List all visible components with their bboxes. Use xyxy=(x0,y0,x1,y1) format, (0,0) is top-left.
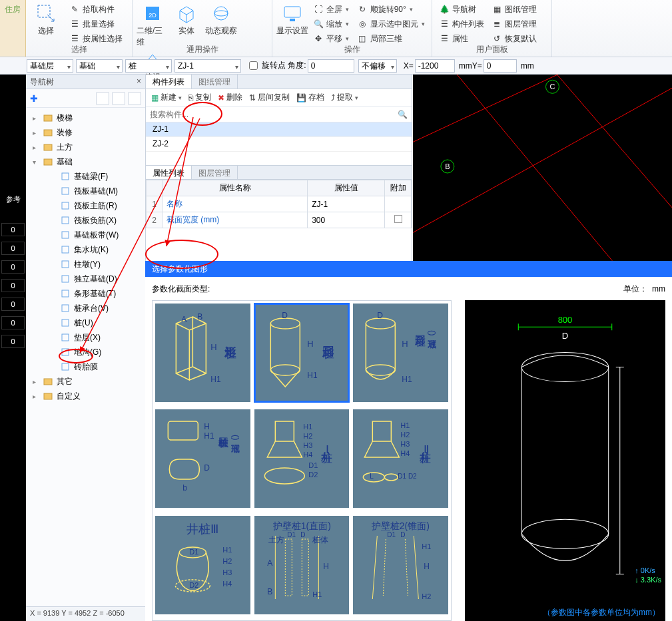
y-input[interactable]: 0 xyxy=(484,59,517,73)
panel-close-icon[interactable]: × xyxy=(137,77,141,87)
delete-button[interactable]: ✖删除 xyxy=(218,92,242,103)
view-tree-button[interactable] xyxy=(128,92,141,105)
tree-item[interactable]: 基础梁(F) xyxy=(26,169,145,184)
component-row[interactable]: ZJ-2 xyxy=(146,137,412,152)
tree-item[interactable]: 垫层(X) xyxy=(26,330,145,345)
display-settings-button[interactable]: 显示设置 xyxy=(276,1,308,37)
tree-item[interactable]: 筏板负筋(X) xyxy=(26,213,145,228)
svg-point-4 xyxy=(214,11,228,16)
tab-component-list[interactable]: 构件列表 xyxy=(146,75,192,89)
dynamic-view-button[interactable]: 动态观察 xyxy=(205,1,237,37)
nav-tree[interactable]: ▸楼梯▸装修▸土方▾基础基础梁(F)筏板基础(M)筏板主筋(R)筏板负筋(X)基… xyxy=(26,108,145,606)
props-toggle[interactable]: ☰属性 xyxy=(436,32,487,45)
shape-option[interactable]: DHH1圆形桩 xyxy=(254,304,350,402)
layermgr-toggle[interactable]: ≣图层管理 xyxy=(489,17,539,31)
floor-select[interactable]: 基础层 xyxy=(27,59,73,73)
view-list-button[interactable] xyxy=(96,92,109,105)
pan-button[interactable]: ✥平移 xyxy=(310,32,352,45)
navtree-toggle[interactable]: 🌲导航树 xyxy=(436,3,487,16)
select-button[interactable]: 选择 xyxy=(30,1,62,37)
rotate90-button[interactable]: ↻顺旋转90° xyxy=(354,3,428,16)
tree-item[interactable]: 基础板带(W) xyxy=(26,228,145,242)
shape-preview[interactable]: 800 D ↑ 0K/s ↓ 3.3K/s （参数图中各参数单位均为mm） xyxy=(465,300,665,621)
list-icon: ☰ xyxy=(439,19,450,29)
tree-item[interactable]: ▸土方 xyxy=(26,140,145,154)
add-icon[interactable]: ✚ xyxy=(30,93,38,104)
restore-default-button[interactable]: ↺恢复默认 xyxy=(489,32,539,45)
search-input[interactable] xyxy=(150,108,398,120)
ribbon-context-tab[interactable]: 住房 xyxy=(0,0,26,57)
rotation-checkbox[interactable] xyxy=(249,61,258,70)
svg-text:井桩Ⅱ: 井桩Ⅱ xyxy=(420,443,432,464)
svg-point-75 xyxy=(385,474,398,481)
tree-item[interactable]: 独立基础(D) xyxy=(26,272,145,286)
new-button[interactable]: ▦新建▾ xyxy=(151,92,182,103)
search-icon[interactable]: 🔍 xyxy=(398,110,408,119)
solid-button[interactable]: 实体 xyxy=(170,1,202,37)
shape-option[interactable]: HH1bD长圆柱桩(球冠底) xyxy=(155,409,250,508)
tree-item[interactable]: ▸自定义 xyxy=(26,389,145,403)
tab-layer-mgr[interactable]: 图层管理 xyxy=(192,166,238,179)
component-row[interactable]: ZJ-1 xyxy=(146,122,412,137)
view-2d3d-button[interactable]: 2D二维/三维 xyxy=(137,1,168,48)
tree-item[interactable]: 筏板主筋(R) xyxy=(26,198,145,213)
extract-button[interactable]: ⤴提取▾ xyxy=(331,92,358,103)
archive-button[interactable]: 💾存档 xyxy=(296,92,324,103)
shape-option[interactable]: H1H2H3H4D1D2井桩Ⅰ xyxy=(254,409,350,508)
dialog-title-bar[interactable]: 选择参数化图形 xyxy=(145,261,672,277)
view-grid-button[interactable] xyxy=(112,92,125,105)
svg-text:H1: H1 xyxy=(222,546,232,554)
component-select[interactable]: ZJ-1 xyxy=(174,59,241,73)
model-canvas[interactable]: C B xyxy=(413,75,672,261)
tab-drawing-mgr[interactable]: 图纸管理 xyxy=(192,75,238,89)
property-grid[interactable]: 属性名称属性值附加 1名称ZJ-1 2截面宽度 (mm)300 xyxy=(146,180,412,228)
tree-item[interactable]: 筏板基础(M) xyxy=(26,184,145,198)
tree-item[interactable]: ▾基础 xyxy=(26,154,145,169)
zoom-button[interactable]: 🔍缩放 xyxy=(310,17,352,31)
tree-item[interactable]: 桩(U) xyxy=(26,315,145,330)
svg-point-74 xyxy=(364,473,385,482)
fullscreen-button[interactable]: ⛶全屏 xyxy=(310,3,352,16)
tab-property-list[interactable]: 属性列表 xyxy=(146,166,192,179)
tree-item[interactable]: ▸其它 xyxy=(26,374,145,389)
drawmgr-toggle[interactable]: ▦图纸管理 xyxy=(489,3,539,16)
select-by-property-button[interactable]: ☰按属性选择 xyxy=(67,32,125,45)
category-select[interactable]: 基础 xyxy=(76,59,123,73)
dim-value: 800 xyxy=(558,315,573,325)
folder-icon xyxy=(61,245,70,254)
tree-item[interactable]: 砖胎膜 xyxy=(26,359,145,374)
type-select[interactable]: 桩 xyxy=(125,59,172,73)
complist-toggle[interactable]: ☰构件列表 xyxy=(436,17,487,31)
tree-item[interactable]: 集水坑(K) xyxy=(26,242,145,257)
shape-option[interactable]: H1H2H3H4LD1 D2井桩Ⅱ xyxy=(353,409,448,508)
tree-item[interactable]: ▸装修 xyxy=(26,125,145,140)
tree-item[interactable]: 桩承台(V) xyxy=(26,301,145,315)
shape-option[interactable]: ABHH1矩形桩 xyxy=(155,304,250,402)
extract-icon: ⤴ xyxy=(331,93,335,103)
x-input[interactable]: -1200 xyxy=(415,59,455,73)
tree-item[interactable]: 条形基础(T) xyxy=(26,286,145,301)
cube2d-icon: 2D xyxy=(142,3,163,24)
rotate-icon: ↻ xyxy=(357,4,368,15)
shape-option[interactable]: 护壁桩2(锥面)D1DHH1H2 xyxy=(353,516,448,614)
shape-option[interactable]: 护壁桩1(直面)土方D1D桩体ABHH1 xyxy=(254,516,350,614)
offset-select[interactable]: 不偏移 xyxy=(358,59,397,73)
svg-rect-15 xyxy=(62,232,69,238)
unit-value: mm xyxy=(652,284,665,294)
tree-item[interactable]: ▸楼梯 xyxy=(26,110,145,125)
tree-item[interactable]: 柱墩(Y) xyxy=(26,257,145,272)
local3d-button[interactable]: ◫局部三维 xyxy=(354,32,428,45)
copy-button[interactable]: ⎘复制 xyxy=(188,92,211,103)
cursor-icon xyxy=(35,3,57,24)
rotation-input[interactable]: 0 xyxy=(308,59,354,73)
dialog-body: 参数化截面类型: ABHH1矩形桩DHH1圆形桩DHH1圆形桩(球冠底)HH1b… xyxy=(145,277,672,621)
floor-copy-button[interactable]: ⇅层间复制 xyxy=(249,92,290,103)
shape-option[interactable]: 井桩ⅢD1D2H1H2H3H4 xyxy=(155,516,250,614)
pick-component-button[interactable]: ✎拾取构件 xyxy=(67,3,125,16)
batch-select-button[interactable]: ☰批量选择 xyxy=(67,17,125,31)
svg-text:D: D xyxy=(282,311,288,320)
extra-checkbox[interactable] xyxy=(394,215,402,223)
tree-item[interactable]: 地沟(G) xyxy=(26,345,145,359)
show-selected-button[interactable]: ◎显示选中图元 xyxy=(354,17,428,31)
shape-option[interactable]: DHH1圆形桩(球冠底) xyxy=(353,304,448,402)
